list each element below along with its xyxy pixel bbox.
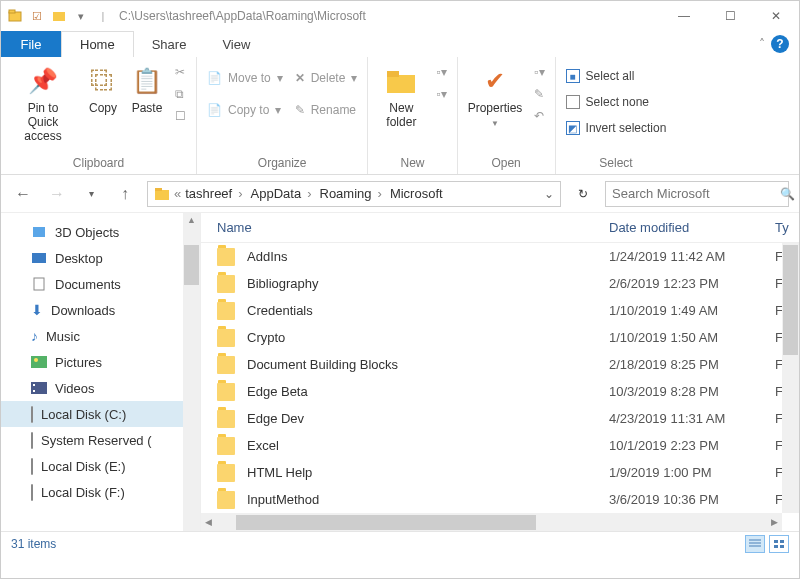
address-dropdown-icon[interactable]: ⌄	[544, 187, 554, 201]
pin-to-quick-access-button[interactable]: 📌 Pin to Quick access	[11, 63, 75, 143]
file-name: Excel	[247, 438, 609, 453]
qat-divider: |	[95, 8, 111, 24]
move-to-button[interactable]: 📄Move to ▾	[207, 69, 283, 87]
help-icon[interactable]: ?	[771, 35, 789, 53]
select-none-label: Select none	[586, 95, 649, 109]
file-row[interactable]: InputMethod 3/6/2019 10:36 PM Fi	[201, 486, 799, 513]
file-row[interactable]: HTML Help 1/9/2019 1:00 PM Fi	[201, 459, 799, 486]
refresh-button[interactable]: ↻	[571, 182, 595, 206]
copy-path-button[interactable]: ⧉	[175, 85, 186, 103]
tree-item[interactable]: Local Disk (E:)	[1, 453, 200, 479]
history-button[interactable]: ↶	[534, 107, 544, 125]
scrollbar-thumb[interactable]	[783, 245, 798, 355]
open-button[interactable]: ▫▾	[534, 63, 544, 81]
recent-locations-button[interactable]: ▾	[79, 182, 103, 206]
col-date-header[interactable]: Date modified	[609, 220, 775, 235]
cut-button[interactable]: ✂	[175, 63, 186, 81]
up-button[interactable]: ↑	[113, 182, 137, 206]
file-row[interactable]: Crypto 1/10/2019 1:50 AM Fi	[201, 324, 799, 351]
search-box[interactable]: 🔍	[605, 181, 789, 207]
properties-icon[interactable]: ☑	[29, 8, 45, 24]
file-row[interactable]: Document Building Blocks 2/18/2019 8:25 …	[201, 351, 799, 378]
edit-button[interactable]: ✎	[534, 85, 544, 103]
tab-home[interactable]: Home	[61, 31, 134, 57]
rename-button[interactable]: ✎Rename	[295, 101, 358, 119]
scrollbar-thumb[interactable]	[184, 245, 199, 285]
move-icon: 📄	[207, 71, 222, 85]
file-row[interactable]: Credentials 1/10/2019 1:49 AM Fi	[201, 297, 799, 324]
qat-chevron-icon[interactable]: ▾	[73, 8, 89, 24]
ribbon-collapse-icon[interactable]: ˄	[759, 37, 765, 51]
tree-scrollbar[interactable]: ▲	[183, 213, 200, 531]
paste-label: Paste	[132, 101, 163, 115]
crumb-0[interactable]: tashreef›	[185, 186, 246, 201]
crumb-2[interactable]: Roaming›	[320, 186, 386, 201]
col-type-header[interactable]: Ty	[775, 220, 799, 235]
select-all-button[interactable]: ■Select all	[566, 67, 667, 85]
invert-selection-button[interactable]: ◩Invert selection	[566, 119, 667, 137]
tree-item[interactable]: Desktop	[1, 245, 200, 271]
file-row[interactable]: Bibliography 2/6/2019 12:23 PM Fi	[201, 270, 799, 297]
tree-item-icon: ♪	[31, 328, 38, 344]
crumb-1[interactable]: AppData›	[251, 186, 316, 201]
back-button[interactable]: ←	[11, 182, 35, 206]
tree-item[interactable]: Local Disk (C:)	[1, 401, 200, 427]
forward-button[interactable]: →	[45, 182, 69, 206]
file-date: 2/18/2019 8:25 PM	[609, 357, 775, 372]
scrollbar-thumb[interactable]	[236, 515, 536, 530]
tab-view[interactable]: View	[204, 31, 268, 57]
paste-button[interactable]: 📋 Paste	[131, 63, 163, 115]
svg-rect-20	[774, 545, 778, 548]
minimize-button[interactable]: —	[661, 1, 707, 31]
tree-item[interactable]: ⬇Downloads	[1, 297, 200, 323]
new-folder-icon[interactable]	[51, 8, 67, 24]
tree-item-label: Local Disk (C:)	[41, 407, 126, 422]
file-date: 1/24/2019 11:42 AM	[609, 249, 775, 264]
tree-item-label: Desktop	[55, 251, 103, 266]
tree-item[interactable]: System Reserved (	[1, 427, 200, 453]
crumb-0-label: tashreef	[185, 186, 232, 201]
file-date: 1/10/2019 1:49 AM	[609, 303, 775, 318]
paste-shortcut-button[interactable]: ☐	[175, 107, 186, 125]
folder-icon	[217, 410, 235, 428]
tree-item[interactable]: Documents	[1, 271, 200, 297]
tree-item[interactable]: Pictures	[1, 349, 200, 375]
file-name: Bibliography	[247, 276, 609, 291]
tree-item-icon	[31, 459, 33, 474]
tree-item[interactable]: Videos	[1, 375, 200, 401]
copy-to-button[interactable]: 📄Copy to ▾	[207, 101, 283, 119]
tab-file[interactable]: File	[1, 31, 61, 57]
file-name: AddIns	[247, 249, 609, 264]
new-folder-button[interactable]: New folder	[378, 63, 424, 129]
new-item-button[interactable]: ▫▾	[436, 63, 446, 81]
tab-share[interactable]: Share	[134, 31, 205, 57]
window-menu-icon[interactable]	[7, 8, 23, 24]
folder-icon	[385, 65, 417, 97]
tree-item[interactable]: 3D Objects	[1, 219, 200, 245]
maximize-button[interactable]: ☐	[707, 1, 753, 31]
col-name-header[interactable]: Name	[217, 220, 609, 235]
view-icons-button[interactable]	[769, 535, 789, 553]
address-bar[interactable]: « tashreef› AppData› Roaming› Microsoft …	[147, 181, 561, 207]
navigation-pane[interactable]: 3D ObjectsDesktopDocuments⬇Downloads♪Mus…	[1, 213, 201, 531]
tree-item[interactable]: ♪Music	[1, 323, 200, 349]
crumb-3[interactable]: Microsoft	[390, 186, 443, 201]
list-vscrollbar[interactable]	[782, 243, 799, 513]
easy-access-button[interactable]: ▫▾	[436, 85, 446, 103]
list-hscrollbar[interactable]: ◀▶	[201, 513, 782, 531]
file-row[interactable]: AddIns 1/24/2019 11:42 AM Fi	[201, 243, 799, 270]
file-row[interactable]: Excel 10/1/2019 2:23 PM Fi	[201, 432, 799, 459]
select-none-button[interactable]: Select none	[566, 93, 667, 111]
file-row[interactable]: Edge Dev 4/23/2019 11:31 AM Fi	[201, 405, 799, 432]
file-row[interactable]: Edge Beta 10/3/2019 8:28 PM Fi	[201, 378, 799, 405]
tree-item[interactable]: Local Disk (F:)	[1, 479, 200, 505]
folder-icon	[217, 437, 235, 455]
tree-item-label: Videos	[55, 381, 95, 396]
view-details-button[interactable]	[745, 535, 765, 553]
copy-button[interactable]: ⿻ Copy	[87, 63, 119, 115]
group-open-label: Open	[468, 154, 545, 172]
delete-button[interactable]: ✕Delete ▾	[295, 69, 358, 87]
search-input[interactable]	[612, 186, 780, 201]
close-button[interactable]: ✕	[753, 1, 799, 31]
properties-button[interactable]: ✔ Properties ▼	[468, 63, 523, 128]
